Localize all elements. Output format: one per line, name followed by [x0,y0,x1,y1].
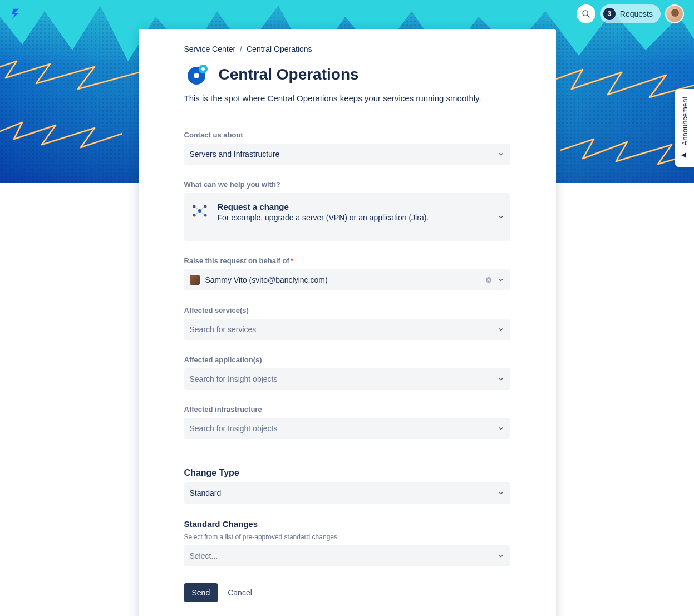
change-type-label: Change Type [184,468,510,478]
breadcrumb-service-center[interactable]: Service Center [184,45,236,53]
help-option-title: Request a change [218,202,429,211]
std-changes-select[interactable]: Select... [184,545,510,566]
page-description: This is the spot where Central Operation… [184,93,510,103]
megaphone-icon [681,151,688,159]
svg-point-5 [201,67,205,71]
requests-label: Requests [620,9,653,18]
change-type-value: Standard [190,489,222,497]
announcement-label: Announcement [681,97,689,145]
send-button[interactable]: Send [184,583,218,602]
search-icon [582,9,590,18]
std-changes-placeholder: Select... [190,551,218,560]
announcement-tab[interactable]: Announcement [675,89,694,167]
std-changes-label: Standard Changes [184,519,510,529]
request-change-icon [191,202,209,220]
lightning-bolt-decoration [560,128,694,173]
help-label: What can we help you with? [184,180,510,189]
behalf-value: Sammy Vito (svito@banclyinc.com) [205,275,328,284]
page-title: Central Operations [219,66,359,83]
svg-point-3 [194,73,199,78]
topbar: 3 Requests [10,4,684,23]
infra-placeholder: Search for Insight objects [190,424,278,433]
user-avatar-small [190,275,200,285]
app-logo-icon[interactable] [10,8,22,20]
behalf-select[interactable]: Sammy Vito (svito@banclyinc.com) [184,269,510,290]
svg-line-13 [201,207,204,210]
help-select[interactable]: Request a change For example, upgrade a … [184,193,510,241]
apps-label: Affected application(s) [184,356,510,364]
chevron-down-icon [497,552,505,560]
services-placeholder: Search for services [190,325,257,334]
contact-select-value: Servers and Infrastructure [190,150,280,159]
search-button[interactable] [577,4,595,23]
chevron-down-icon [497,326,505,333]
user-avatar[interactable] [665,4,684,23]
lightning-bolt-decoration [544,56,694,111]
chevron-down-icon [497,375,505,383]
lightning-bolt-decoration [0,111,122,156]
contact-select[interactable]: Servers and Infrastructure [184,144,510,165]
infra-select[interactable]: Search for Insight objects [184,418,510,439]
infra-label: Affected infrastructure [184,405,510,413]
breadcrumb-separator: / [240,45,242,53]
cancel-button[interactable]: Cancel [228,588,252,597]
contact-label: Contact us about [184,131,510,139]
services-label: Affected service(s) [184,306,510,314]
services-select[interactable]: Search for services [184,319,510,340]
behalf-label: Raise this request on behalf of* [184,257,510,265]
project-icon [184,61,211,88]
change-type-select[interactable]: Standard [184,482,510,504]
breadcrumb-current: Central Operations [247,45,312,53]
svg-point-6 [204,65,206,67]
clear-icon[interactable] [485,276,493,284]
chevron-down-icon [497,276,505,284]
svg-line-12 [195,207,199,210]
apps-select[interactable]: Search for Insight objects [184,368,510,390]
chevron-down-icon [497,489,505,497]
requests-count-badge: 3 [603,8,616,20]
std-changes-help: Select from a list of pre-approved stand… [184,533,510,541]
chevron-down-icon [497,150,505,158]
breadcrumb: Service Center / Central Operations [184,45,510,53]
svg-line-14 [195,212,199,215]
lightning-bolt-decoration [0,45,139,100]
chevron-down-icon [497,425,505,432]
svg-line-15 [201,212,204,215]
requests-button[interactable]: 3 Requests [600,4,661,23]
request-form-card: Service Center / Central Operations Cent… [139,29,556,616]
apps-placeholder: Search for Insight objects [190,374,278,383]
help-option-desc: For example, upgrade a server (VPN) or a… [218,213,429,222]
chevron-down-icon [497,213,505,221]
svg-line-1 [587,15,589,17]
